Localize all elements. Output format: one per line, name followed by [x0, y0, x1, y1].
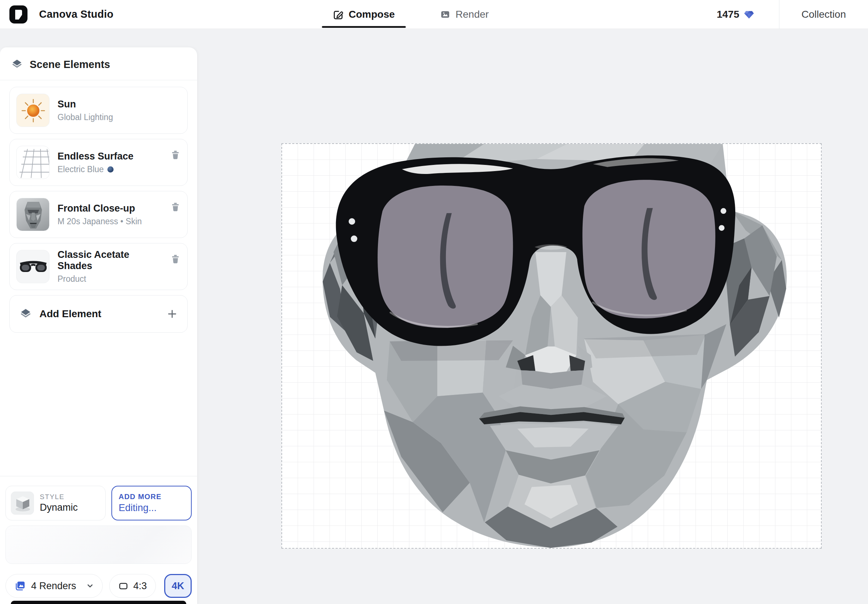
- add-element-button[interactable]: Add Element: [9, 295, 188, 333]
- element-subtitle-text: Global Lighting: [57, 113, 113, 122]
- aspect-ratio-label: 4:3: [133, 581, 147, 592]
- main-tabs: Compose Render: [322, 0, 499, 29]
- aspect-ratio-button[interactable]: 4:3: [109, 574, 156, 598]
- electric-blue-swatch[interactable]: [107, 166, 113, 172]
- trash-icon: [170, 201, 181, 212]
- style-picker[interactable]: STYLE Dynamic: [5, 486, 105, 520]
- credits[interactable]: 1475: [717, 9, 755, 20]
- panel-header: Scene Elements: [0, 47, 197, 80]
- card-text: Endless Surface Electric Blue: [57, 151, 133, 174]
- cube-icon: [11, 492, 34, 515]
- tab-render[interactable]: Render: [429, 0, 500, 29]
- element-subtitle: Global Lighting: [57, 113, 113, 122]
- add-element-label: Add Element: [39, 308, 101, 320]
- app-logo-icon[interactable]: [9, 5, 28, 23]
- tab-compose[interactable]: Compose: [322, 0, 406, 29]
- add-more-value: Editing...: [119, 502, 184, 514]
- generate-button-partial[interactable]: [11, 601, 186, 604]
- photos-icon: [14, 580, 26, 592]
- collection-button[interactable]: Collection: [780, 9, 868, 20]
- topbar-right: 1475 Collection: [717, 0, 868, 29]
- scene-element-classic-acetate-shades[interactable]: Classic Acetate Shades Product: [9, 243, 188, 290]
- render-controls-row: 4 Renders 4:3 4K: [5, 574, 192, 598]
- frame-icon: [118, 581, 129, 591]
- render-settings-section: STYLE Dynamic ADD MORE Editing...: [0, 476, 197, 604]
- topbar: Canova Studio Compose Render 1475: [0, 0, 868, 29]
- tab-compose-label: Compose: [349, 9, 395, 20]
- panel-title: Scene Elements: [29, 59, 110, 71]
- credits-value: 1475: [717, 9, 739, 20]
- delete-element-button[interactable]: [170, 254, 181, 264]
- sun-thumbnail: [16, 94, 50, 127]
- card-text: Frontal Close-up M 20s Japaness • Skin: [57, 203, 142, 226]
- prompt-placeholder[interactable]: [5, 525, 192, 564]
- trash-icon: [170, 149, 181, 160]
- element-subtitle: Product: [57, 274, 162, 284]
- style-thumbnail: [11, 491, 34, 515]
- tab-render-label: Render: [456, 9, 489, 20]
- scene-element-endless-surface[interactable]: Endless Surface Electric Blue: [9, 139, 188, 186]
- element-title: Classic Acetate Shades: [57, 249, 162, 272]
- workspace: Scene Elements: [0, 29, 868, 604]
- chevron-down-icon: [87, 582, 94, 590]
- style-row: STYLE Dynamic ADD MORE Editing...: [5, 486, 192, 520]
- card-text: Classic Acetate Shades Product: [57, 249, 162, 284]
- style-value: Dynamic: [40, 502, 78, 513]
- lowpoly-face-icon: [17, 198, 50, 231]
- scene-elements-list: Sun Global Lighting: [0, 80, 197, 295]
- scene-elements-panel: Scene Elements: [0, 47, 197, 604]
- element-subtitle: M 20s Japaness • Skin: [57, 217, 142, 226]
- gem-icon: [744, 9, 755, 20]
- element-subtitle-text: Electric Blue: [57, 164, 104, 174]
- element-subtitle-text: M 20s Japaness • Skin: [57, 217, 142, 226]
- lowpoly-face-thumbnail: [16, 198, 50, 231]
- element-title: Endless Surface: [57, 151, 133, 162]
- element-subtitle-text: Product: [57, 274, 86, 284]
- element-subtitle: Electric Blue: [57, 164, 133, 174]
- element-title: Sun: [57, 99, 113, 110]
- style-text: STYLE Dynamic: [40, 493, 78, 513]
- style-label: STYLE: [40, 493, 78, 501]
- sunglasses-icon: [17, 250, 50, 283]
- scene-element-frontal-closeup[interactable]: Frontal Close-up M 20s Japaness • Skin: [9, 191, 188, 238]
- element-title: Frontal Close-up: [57, 203, 142, 214]
- renders-count-label: 4 Renders: [31, 581, 76, 592]
- brand: Canova Studio: [0, 5, 113, 23]
- renders-count-dropdown[interactable]: 4 Renders: [5, 574, 103, 598]
- edit-square-icon: [333, 9, 344, 20]
- sunglasses-thumbnail: [16, 250, 50, 283]
- sun-icon: [17, 94, 50, 127]
- grid-surface-icon: [17, 146, 50, 179]
- resolution-label: 4K: [172, 581, 184, 592]
- app-title: Canova Studio: [39, 8, 113, 20]
- card-text: Sun Global Lighting: [57, 99, 113, 122]
- delete-element-button[interactable]: [170, 149, 181, 160]
- image-icon: [440, 9, 451, 20]
- lowpoly-head-image: [282, 144, 821, 548]
- add-more-label: ADD MORE: [119, 492, 184, 501]
- layers-icon: [19, 307, 32, 321]
- layers-icon: [11, 58, 23, 71]
- trash-icon: [170, 254, 181, 264]
- scene-element-sun[interactable]: Sun Global Lighting: [9, 87, 188, 134]
- compose-canvas[interactable]: [281, 143, 822, 549]
- grid-surface-thumbnail: [16, 146, 50, 179]
- resolution-button[interactable]: 4K: [164, 574, 192, 598]
- add-more-button[interactable]: ADD MORE Editing...: [112, 486, 192, 520]
- plus-icon[interactable]: [166, 308, 178, 320]
- delete-element-button[interactable]: [170, 201, 181, 212]
